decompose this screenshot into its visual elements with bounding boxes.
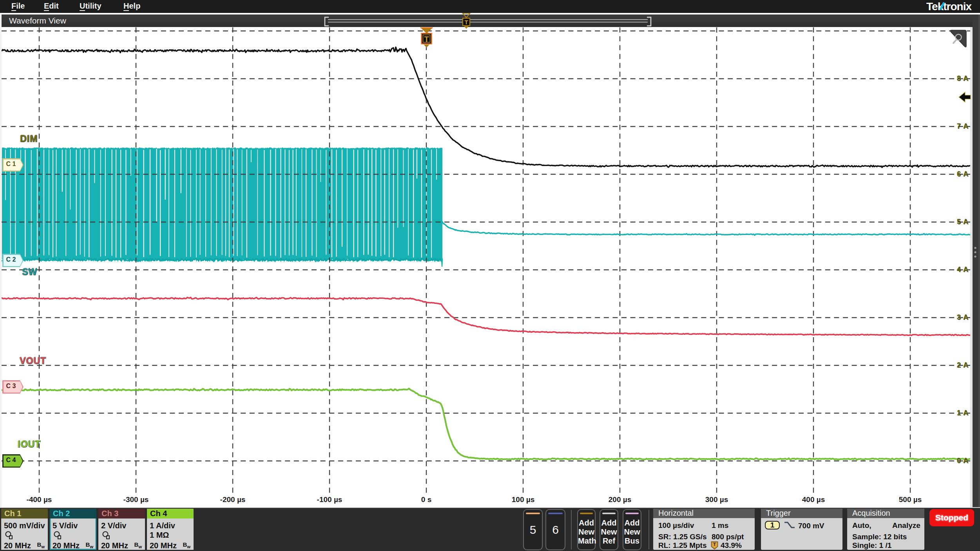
svg-text:T: T — [713, 542, 716, 547]
svg-text:T: T — [464, 19, 468, 25]
svg-text:T: T — [424, 35, 429, 43]
